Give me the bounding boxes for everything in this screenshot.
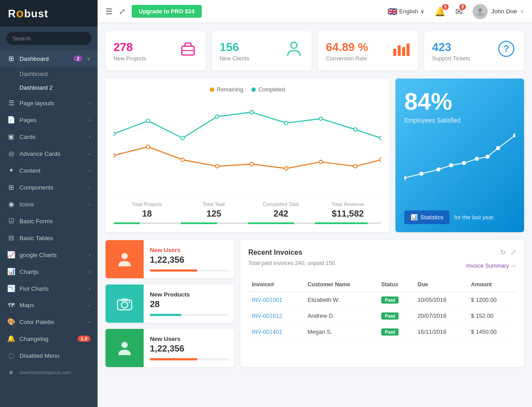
- sidebar-item-label: Content: [20, 167, 84, 174]
- sidebar-item-pages[interactable]: 📄 Pages ›: [0, 111, 98, 128]
- invoice-due: 10/05/2016: [414, 292, 467, 308]
- stat-number-conversion: 64.89 %: [326, 40, 368, 54]
- user-menu[interactable]: John Doe ∨: [473, 4, 524, 19]
- dashboard-badge: 2: [74, 55, 82, 62]
- sidebar-item-icons[interactable]: ◉ Icons ›: [0, 196, 98, 213]
- changelog-icon: 🔔: [7, 335, 15, 343]
- stat-label-projects: New Projects: [113, 55, 146, 62]
- svg-point-10: [113, 132, 115, 136]
- invoice-number[interactable]: INV-001401: [248, 324, 304, 340]
- stat-total-projects: Total Projects 18: [113, 202, 180, 224]
- svg-point-18: [379, 136, 381, 140]
- chevron-right-icon: ›: [89, 185, 90, 190]
- sidebar-item-label: Flot Charts: [20, 285, 84, 292]
- sidebar-item-google-charts[interactable]: 📈 google Charts ›: [0, 246, 98, 263]
- sidebar-item-label: Cards: [20, 134, 84, 140]
- widget-new-users-value: 1,22,356: [150, 255, 229, 265]
- sidebar-item-page-layouts[interactable]: ☰ Page layouts ›: [0, 95, 98, 111]
- sidebar-item-changelog[interactable]: 🔔 Changelog 1.0: [0, 330, 98, 347]
- svg-point-34: [486, 155, 489, 158]
- invoice-table: Invoice# Customer Name Status Due Amount…: [248, 278, 516, 340]
- satisfaction-line-chart: [404, 130, 515, 183]
- completed-dot: [251, 87, 256, 92]
- widget-column: New Users 1,22,356: [106, 240, 234, 367]
- sidebar-item-basic-forms[interactable]: ☑ Basic Forms: [0, 213, 98, 229]
- svg-point-35: [497, 146, 500, 150]
- user-icon: [116, 250, 133, 268]
- basic-tables-icon: ⊟: [7, 234, 15, 242]
- language-label: English: [399, 8, 419, 15]
- blue-card-footer: 📊 Statistics for the last year.: [404, 210, 515, 224]
- page-content: 278 New Projects 156 New Clients: [98, 23, 532, 407]
- sidebar-item-components[interactable]: ⊞ Components ›: [0, 179, 98, 196]
- dashboard-icon: ⊞: [7, 55, 15, 63]
- customer-name: Andrew D.: [304, 308, 378, 324]
- invoice-due: 20/07/2016: [414, 308, 467, 324]
- sidebar-item-label: Chartjs: [20, 269, 84, 275]
- menu-toggle-icon[interactable]: ☰: [106, 7, 113, 16]
- chevron-right-icon: ›: [89, 303, 90, 308]
- sidebar-item-menu-levels[interactable]: ≡ www.bootstrapious.com: [0, 364, 98, 380]
- remaining-label: Remaining: [217, 87, 243, 93]
- sidebar-item-advance-cards[interactable]: ◎ Advance Cards ›: [0, 145, 98, 162]
- notification-mail-button[interactable]: ✉ 8: [455, 6, 463, 17]
- sidebar-item-flot-charts[interactable]: 📉 Flot Charts ›: [0, 280, 98, 297]
- sidebar-item-label: Advance Cards: [20, 150, 84, 157]
- sidebar-subitem-dashboard2[interactable]: Dashboard 2: [0, 81, 98, 95]
- sidebar-item-label: Maps: [20, 302, 84, 308]
- sidebar-item-maps[interactable]: 🗺 Maps ›: [0, 297, 98, 313]
- svg-rect-6: [402, 47, 405, 56]
- svg-point-31: [450, 163, 453, 167]
- sidebar-item-label: Icons: [20, 201, 84, 208]
- sidebar-item-basic-tables[interactable]: ⊟ Basic Tables: [0, 229, 98, 246]
- expand-icon[interactable]: ⤢: [510, 248, 516, 257]
- icons-icon: ◉: [7, 200, 15, 208]
- expand-icon[interactable]: ⤢: [119, 7, 125, 16]
- sidebar-item-content[interactable]: ✦ Content ›: [0, 162, 98, 179]
- notification-bell-button[interactable]: 🔔 5: [434, 6, 446, 17]
- new-users-icon-box: [106, 240, 144, 278]
- customer-name: Megan S.: [304, 324, 378, 340]
- statistics-icon: 📊: [411, 214, 418, 221]
- table-row: INV-001001 Elizabeth W. Paid 10/05/2016 …: [248, 292, 516, 308]
- satisfaction-percent: 84%: [404, 89, 515, 113]
- sidebar-subitem-dashboard[interactable]: Dashboard: [0, 67, 98, 81]
- invoice-number[interactable]: INV-001012: [248, 308, 304, 324]
- widget-new-users2-info: New Users 1,22,356: [150, 330, 234, 366]
- svg-point-24: [285, 167, 288, 170]
- customer-name: Elizabeth W.: [304, 292, 378, 308]
- svg-point-16: [319, 117, 323, 121]
- new-users2-bar: [150, 358, 197, 360]
- question-icon: ?: [497, 39, 516, 63]
- chevron-right-icon: ›: [89, 151, 90, 156]
- svg-point-27: [379, 158, 381, 162]
- statistics-button[interactable]: 📊 Statistics: [404, 210, 450, 224]
- invoice-summary-link[interactable]: Invoice Summary →: [466, 263, 516, 269]
- bottom-row: New Users 1,22,356: [106, 240, 524, 367]
- invoice-number[interactable]: INV-001001: [248, 292, 304, 308]
- search-input[interactable]: [6, 32, 91, 45]
- sidebar-item-dashboard[interactable]: ⊞ Dashboard 2 ∨: [0, 50, 98, 67]
- chevron-right-icon: ›: [89, 286, 90, 291]
- refresh-icon[interactable]: ↻: [500, 248, 506, 257]
- sidebar-item-chartjs[interactable]: 📊 Chartjs ›: [0, 263, 98, 280]
- invoice-header: Recent Invoices ↻ ⤢: [248, 248, 516, 257]
- sidebar-item-disabled-menu[interactable]: ◌ Disabled Menu: [0, 347, 98, 364]
- sidebar-item-label: Components: [20, 184, 84, 191]
- widget-new-products: New Products 28: [106, 285, 234, 323]
- sidebar-item-color-palette[interactable]: 🎨 Color Palette ›: [0, 313, 98, 330]
- maps-icon: 🗺: [7, 301, 15, 309]
- chevron-right-icon: ›: [89, 168, 90, 173]
- person-icon: [284, 39, 304, 63]
- stat-label-conversion: Conversion Rate: [326, 55, 368, 62]
- language-selector[interactable]: 🇬🇧 English ∨: [387, 7, 425, 16]
- avatar: [473, 4, 488, 19]
- upgrade-button[interactable]: Upgrade to PRO $24: [132, 5, 202, 18]
- svg-point-37: [121, 253, 128, 259]
- stat-card-clients: 156 New Clients: [212, 31, 312, 71]
- chevron-right-icon: ›: [89, 100, 90, 106]
- invoice-status: Paid: [378, 308, 414, 324]
- widget-new-products-value: 28: [150, 299, 229, 309]
- sidebar-item-cards[interactable]: ▣ Cards ›: [0, 128, 98, 145]
- chart-row: Remaining Completed: [106, 79, 524, 232]
